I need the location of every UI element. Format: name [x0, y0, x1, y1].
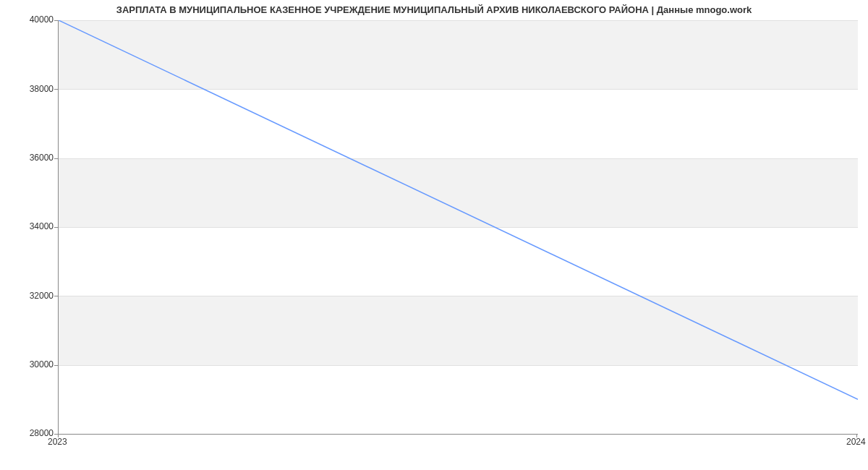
y-tick-label: 36000	[0, 153, 54, 163]
y-tick-label: 28000	[0, 428, 54, 438]
plot-area	[58, 20, 858, 435]
y-tick-label: 38000	[0, 84, 54, 94]
x-tick-label: 2023	[48, 437, 67, 447]
y-tick-label: 34000	[0, 221, 54, 231]
y-tick-label: 30000	[0, 359, 54, 369]
y-tick-label: 32000	[0, 291, 54, 301]
y-tick-label: 40000	[0, 14, 54, 25]
chart-title: ЗАРПЛАТА В МУНИЦИПАЛЬНОЕ КАЗЕННОЕ УЧРЕЖД…	[0, 4, 868, 15]
series-line	[59, 20, 858, 434]
chart-container: ЗАРПЛАТА В МУНИЦИПАЛЬНОЕ КАЗЕННОЕ УЧРЕЖД…	[0, 0, 868, 470]
svg-line-0	[59, 20, 858, 399]
x-tick-label: 2024	[846, 437, 866, 447]
